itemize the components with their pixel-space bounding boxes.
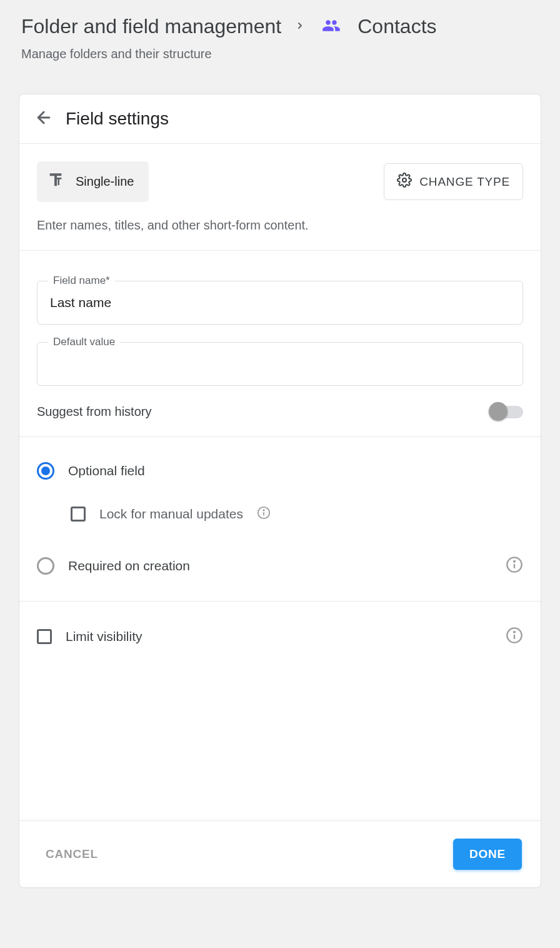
default-value-input[interactable]	[37, 342, 523, 386]
limit-visibility-label: Limit visibility	[66, 629, 142, 644]
optional-field-radio[interactable]	[37, 462, 54, 480]
field-name-input[interactable]	[37, 281, 523, 325]
info-icon[interactable]	[257, 506, 271, 522]
optional-field-label: Optional field	[68, 463, 145, 478]
text-type-icon	[46, 170, 66, 193]
gear-icon	[397, 173, 412, 191]
breadcrumb-destination[interactable]: Contacts	[358, 15, 436, 38]
panel-footer: CANCEL DONE	[19, 820, 541, 887]
panel-header: Field settings	[19, 94, 541, 144]
page-subheading: Manage folders and their structure	[21, 47, 539, 61]
requirement-section: Optional field Lock for manual updates R…	[19, 437, 541, 602]
svg-point-4	[263, 510, 264, 510]
default-value-label: Default value	[48, 336, 120, 348]
contacts-icon	[319, 16, 344, 38]
breadcrumb-root[interactable]: Folder and field management	[21, 15, 281, 38]
back-button[interactable]	[34, 108, 53, 129]
field-type-chip: Single-line	[37, 161, 149, 202]
field-type-label: Single-line	[76, 174, 134, 189]
svg-point-1	[402, 178, 406, 182]
type-description: Enter names, titles, and other short-for…	[37, 218, 523, 233]
field-settings-panel: Field settings Single-line CHANGE TYPE E…	[19, 94, 541, 888]
field-name-label: Field name*	[48, 275, 115, 287]
lock-updates-label: Lock for manual updates	[99, 507, 243, 522]
required-on-creation-radio[interactable]	[37, 557, 54, 575]
limit-visibility-row[interactable]: Limit visibility	[37, 619, 523, 654]
svg-point-7	[514, 561, 515, 562]
required-on-creation-row[interactable]: Required on creation	[37, 548, 523, 583]
lock-updates-row[interactable]: Lock for manual updates	[71, 498, 523, 530]
type-section: Single-line CHANGE TYPE Enter names, tit…	[19, 144, 541, 251]
breadcrumb: Folder and field management Contacts	[21, 15, 539, 38]
default-value-wrap: Default value	[37, 342, 523, 386]
change-type-button[interactable]: CHANGE TYPE	[384, 163, 523, 200]
page-header: Folder and field management Contacts Man…	[19, 13, 541, 69]
suggest-history-label: Suggest from history	[37, 405, 151, 419]
done-button[interactable]: DONE	[453, 839, 522, 870]
info-icon[interactable]	[506, 556, 523, 576]
svg-point-10	[514, 632, 515, 633]
cancel-button[interactable]: CANCEL	[46, 847, 98, 861]
suggest-history-toggle[interactable]	[491, 406, 523, 418]
visibility-section: Limit visibility	[19, 602, 541, 672]
limit-visibility-checkbox[interactable]	[37, 629, 52, 644]
chevron-right-icon	[295, 18, 305, 36]
change-type-label: CHANGE TYPE	[419, 175, 510, 189]
toggle-knob	[489, 402, 508, 421]
suggest-history-row: Suggest from history	[37, 405, 523, 419]
field-name-wrap: Field name*	[37, 281, 523, 325]
form-section: Field name* Default value Suggest from h…	[19, 251, 541, 437]
lock-updates-checkbox[interactable]	[71, 507, 86, 522]
required-on-creation-label: Required on creation	[68, 558, 190, 573]
spacer	[19, 672, 541, 820]
panel-title: Field settings	[66, 109, 169, 129]
info-icon[interactable]	[506, 627, 523, 647]
optional-field-row[interactable]: Optional field	[37, 455, 523, 487]
